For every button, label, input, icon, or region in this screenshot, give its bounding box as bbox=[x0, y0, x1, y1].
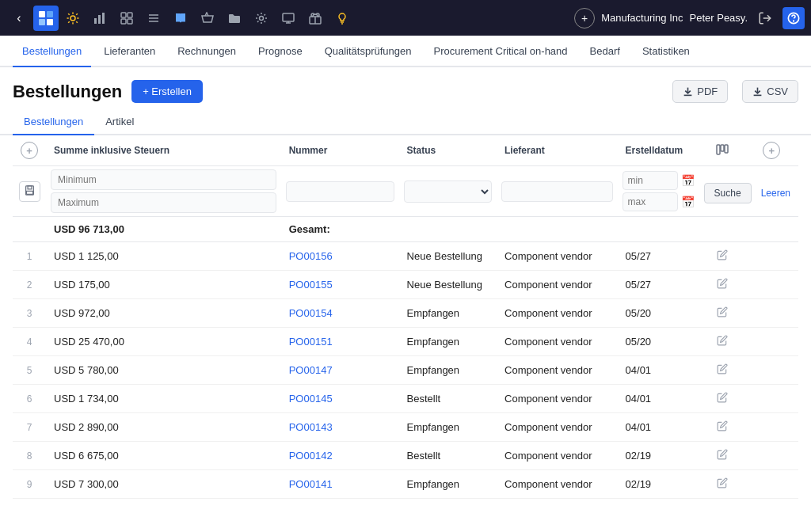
row-edit-cell[interactable] bbox=[699, 299, 745, 328]
csv-export-button[interactable]: CSV bbox=[742, 80, 798, 103]
col-header-kanban[interactable] bbox=[699, 135, 745, 166]
add-button[interactable]: + bbox=[574, 8, 595, 28]
table-header-row: + Summe inklusive Steuern Nummer Status … bbox=[13, 135, 798, 166]
logout-icon[interactable] bbox=[754, 7, 776, 29]
row-edit-cell[interactable] bbox=[699, 413, 745, 442]
row-nummer[interactable]: PO00145 bbox=[281, 385, 399, 413]
row-num: 8 bbox=[13, 442, 46, 470]
date-min-input[interactable] bbox=[623, 171, 678, 190]
row-nummer[interactable]: PO00151 bbox=[281, 328, 399, 356]
row-extra bbox=[744, 242, 798, 271]
save-filter-button[interactable] bbox=[19, 181, 40, 202]
subnav-item-bestellungen[interactable]: Bestellungen bbox=[13, 36, 91, 67]
add-row-button[interactable]: + bbox=[21, 142, 38, 159]
row-nummer[interactable]: PO00147 bbox=[281, 356, 399, 385]
filter-summe-cell[interactable] bbox=[46, 166, 281, 217]
list-lines-icon[interactable] bbox=[141, 6, 166, 31]
row-datum: 05/27 bbox=[618, 242, 699, 271]
sun-icon[interactable] bbox=[60, 6, 86, 31]
svg-rect-37 bbox=[721, 145, 724, 151]
back-arrow-icon[interactable]: ‹ bbox=[6, 6, 32, 31]
total-label: Gesamt: bbox=[281, 217, 399, 242]
gift-icon[interactable] bbox=[303, 6, 328, 31]
filter-status-select[interactable]: Neue Bestellung Empfangen Bestellt bbox=[404, 180, 492, 203]
row-edit-cell[interactable] bbox=[699, 356, 745, 385]
edit-icon[interactable] bbox=[717, 307, 728, 320]
row-nummer[interactable]: PO00155 bbox=[281, 271, 399, 299]
subnav-item-lieferanten[interactable]: Lieferanten bbox=[94, 36, 165, 67]
edit-icon[interactable] bbox=[717, 421, 728, 434]
edit-icon[interactable] bbox=[717, 250, 728, 263]
row-nummer[interactable]: PO00141 bbox=[281, 470, 399, 499]
row-nummer[interactable]: PO00143 bbox=[281, 413, 399, 442]
subnav-item-bedarf[interactable]: Bedarf bbox=[581, 36, 630, 67]
search-button[interactable]: Suche bbox=[704, 183, 752, 203]
filter-min-input[interactable] bbox=[51, 169, 276, 190]
tab-artikel[interactable]: Artikel bbox=[94, 109, 145, 135]
row-edit-cell[interactable] bbox=[699, 385, 745, 413]
top-bar-nav-icons: ‹ bbox=[6, 6, 355, 31]
row-lieferant: Component vendor bbox=[497, 242, 618, 271]
subnav-item-statistiken[interactable]: Statistiken bbox=[633, 36, 699, 67]
filter-lieferant-cell[interactable] bbox=[497, 166, 618, 217]
row-nummer[interactable]: PO00142 bbox=[281, 442, 399, 470]
row-nummer[interactable]: PO00154 bbox=[281, 299, 399, 328]
filter-lieferant-input[interactable] bbox=[501, 181, 613, 202]
bar-chart-icon[interactable] bbox=[87, 6, 112, 31]
brand-icon[interactable] bbox=[33, 6, 59, 31]
edit-icon[interactable] bbox=[717, 364, 728, 377]
filter-datum-cell[interactable]: 📅 📅 bbox=[618, 166, 699, 217]
subnav-item-qualitaet[interactable]: Qualitätsprüfungen bbox=[315, 36, 421, 67]
help-icon[interactable] bbox=[782, 7, 805, 29]
row-status: Empfangen bbox=[399, 356, 497, 385]
row-status: Empfangen bbox=[399, 299, 497, 328]
basket-icon[interactable] bbox=[195, 6, 220, 31]
edit-icon[interactable] bbox=[717, 450, 728, 462]
pdf-export-button[interactable]: PDF bbox=[672, 80, 728, 103]
row-edit-cell[interactable] bbox=[699, 271, 745, 299]
bulb-icon[interactable] bbox=[329, 6, 355, 31]
svg-rect-18 bbox=[121, 19, 126, 24]
edit-icon[interactable] bbox=[717, 393, 728, 405]
edit-icon[interactable] bbox=[717, 336, 728, 348]
add-col-button[interactable]: + bbox=[763, 142, 780, 159]
row-status: Empfangen bbox=[399, 413, 497, 442]
date-min-calendar-icon[interactable]: 📅 bbox=[681, 174, 695, 187]
row-extra bbox=[744, 328, 798, 356]
add-col-header[interactable]: + bbox=[744, 135, 798, 166]
subnav-item-rechnungen[interactable]: Rechnungen bbox=[168, 36, 246, 67]
subnav-item-prognose[interactable]: Prognose bbox=[249, 36, 312, 67]
create-button[interactable]: + Erstellen bbox=[131, 80, 203, 103]
folder-icon[interactable] bbox=[222, 6, 247, 31]
row-edit-cell[interactable] bbox=[699, 328, 745, 356]
row-amount: USD 25 470,00 bbox=[46, 328, 281, 356]
col-header-nummer: Nummer bbox=[281, 135, 399, 166]
filter-status-cell[interactable]: Neue Bestellung Empfangen Bestellt bbox=[399, 166, 497, 217]
row-edit-cell[interactable] bbox=[699, 470, 745, 499]
filter-max-input[interactable] bbox=[51, 192, 276, 213]
gear-icon[interactable] bbox=[249, 6, 274, 31]
book-icon[interactable] bbox=[168, 6, 193, 31]
save-filter-cell[interactable] bbox=[13, 166, 46, 217]
row-edit-cell[interactable] bbox=[699, 442, 745, 470]
row-datum: 05/20 bbox=[618, 328, 699, 356]
monitor-icon[interactable] bbox=[276, 6, 301, 31]
date-max-calendar-icon[interactable]: 📅 bbox=[681, 196, 695, 208]
subnav-item-procurement[interactable]: Procurement Critical on-hand bbox=[424, 36, 577, 67]
calendar-grid-icon[interactable] bbox=[114, 6, 139, 31]
tab-bestellungen[interactable]: Bestellungen bbox=[13, 109, 94, 135]
filter-nummer-input[interactable] bbox=[286, 181, 394, 202]
col-header-status: Status bbox=[399, 135, 497, 166]
filter-nummer-cell[interactable] bbox=[281, 166, 399, 217]
clear-button[interactable]: Leeren bbox=[758, 184, 794, 203]
svg-line-11 bbox=[68, 21, 70, 23]
row-nummer[interactable]: PO00156 bbox=[281, 242, 399, 271]
edit-icon[interactable] bbox=[717, 279, 728, 291]
table-body: USD 96 713,00 Gesamt: 1 USD 1 125,00 PO0… bbox=[13, 217, 798, 499]
edit-icon[interactable] bbox=[717, 478, 728, 491]
add-row-header[interactable]: + bbox=[13, 135, 46, 166]
date-max-input[interactable] bbox=[623, 192, 678, 211]
row-num: 4 bbox=[13, 328, 46, 356]
row-edit-cell[interactable] bbox=[699, 242, 745, 271]
svg-rect-1 bbox=[47, 11, 53, 17]
